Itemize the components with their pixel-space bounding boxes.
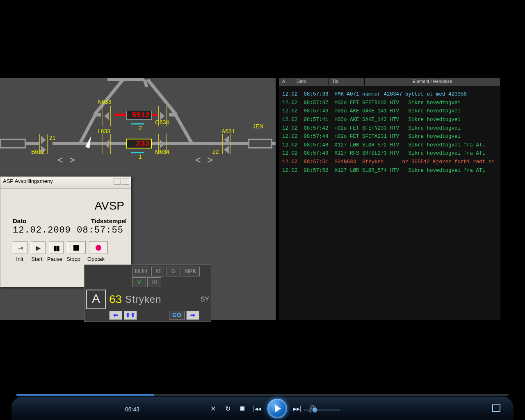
log-col-dato[interactable]: Dato [293,78,329,86]
start-button[interactable]: ▶ [31,241,46,254]
log-col-a[interactable]: A [279,78,293,86]
station-selector: NUH M G NFK V RI A 63 Stryken SY ⬅ ⬆⬆ GO… [84,265,211,322]
media-player: 06:43 ✕ ↻ |◂◂ ▸▸| 🔊 [0,383,525,420]
nav-up[interactable]: ⬆⬆ [124,311,137,320]
sel-station-code: SY [201,296,209,303]
log-row[interactable]: 12.02 08:57:51 SSYN633 Stryken nr 305512… [282,158,497,167]
sel-m[interactable]: M [151,267,165,276]
playback-time: 06:43 [125,406,139,413]
next-icon: ▸▸| [293,405,301,413]
next-button[interactable]: ▸▸| [293,404,302,413]
signal-l633[interactable] [103,134,111,154]
log-col-tid[interactable]: Tid [329,78,365,86]
avsp-title-text: ASP Avspillingsmeny [3,178,53,184]
sel-ri[interactable]: RI [147,277,161,287]
sel-nuh[interactable]: NUH [132,267,150,276]
stop-button[interactable] [238,404,247,413]
stopp-button[interactable] [67,241,86,254]
maximize-button[interactable] [122,178,129,185]
prev-icon: |◂◂ [253,405,261,413]
seek-progress [16,394,154,396]
log-row[interactable]: 12.02 08:57:42 m02o FET SFETN233 HTV Sik… [282,124,497,133]
label-o634: O634 [155,119,169,126]
signal-a631[interactable] [222,134,231,154]
label-21: 21 [49,135,56,141]
log-lines[interactable]: 12.02 08:57:36 HMR A071 nummer 420347 by… [279,86,500,179]
log-row[interactable]: 12.02 08:57:40 m03o AKE SAKE_141 HTV Sik… [282,107,497,116]
shuffle-button[interactable]: ✕ [208,404,217,413]
seek-bar[interactable] [16,394,509,396]
stop-icon [73,245,79,251]
repeat-icon: ↻ [225,405,231,413]
svg-rect-14 [249,139,272,148]
log-row[interactable]: 12.02 08:57:41 m03o AKE SAKE_143 HTV Sik… [282,116,497,124]
avsp-label-ts: Tidsstempel [91,217,127,224]
label-m634: M634 [155,148,169,155]
log-row[interactable]: 12.02 08:57:44 m02o FET SFETA231 HTV Sik… [282,132,497,141]
signal-n633[interactable] [103,106,111,126]
cap-pause: Pause [47,256,61,262]
cap-opptak: Opptak [86,256,106,262]
play-icon: ▶ [36,244,41,252]
log-row[interactable]: 12.02 08:57:52 X127 LØR SLØR_574 HTV Sik… [282,167,497,175]
record-icon [96,245,101,251]
volume-knob[interactable] [313,408,317,413]
play-icon [275,405,281,412]
avsp-titlebar[interactable]: ASP Avspillingsmeny [0,177,131,189]
log-header: A Dato Tid Element / Hendelse [279,78,500,86]
avsp-timestamp: 12.02.2009 08:57:55 [13,225,127,235]
log-row[interactable]: 12.02 08:57:48 X127 LØR SLØR_572 HTV Sik… [282,141,497,150]
sel-g[interactable]: G [167,267,180,276]
prev-button[interactable]: |◂◂ [253,404,262,413]
sel-station-name: Stryken [125,294,198,305]
cap-start: Start [30,256,44,262]
sel-number: 63 [109,293,122,306]
label-a631: A631 [221,128,235,135]
log-row[interactable]: 12.02 08:57:49 X127 RFS SRFSL273 HTV Sik… [282,149,497,158]
label-b632: B632 [31,148,45,155]
log-col-event[interactable]: Element / Hendelse [365,78,500,86]
label-n633: N633 [98,98,111,105]
minimize-button[interactable] [114,178,121,185]
opptak-button[interactable] [89,241,108,254]
train-5512[interactable]: 5512 [126,111,152,120]
svg-rect-13 [0,139,25,148]
train-233[interactable]: 233 [126,139,152,148]
sel-a-box[interactable]: A [86,290,106,309]
skip-end-icon: ⇥ [18,244,23,252]
volume-slider[interactable] [304,409,340,411]
init-button[interactable]: ⇥ [13,241,27,254]
sel-v[interactable]: V [132,277,146,287]
nav-go[interactable]: GO [169,311,185,320]
avsp-label-dato: Dato [13,217,26,224]
event-log-panel: A Dato Tid Element / Hendelse 12.02 08:5… [279,78,500,320]
track-1: 1 [139,153,142,160]
label-jen: JEN [253,123,263,130]
avsp-mode: AVSP [13,199,127,212]
fullscreen-button[interactable] [492,404,500,412]
play-button[interactable] [267,399,287,418]
pause-icon: ▮▮ [53,244,59,252]
track-2: 2 [139,125,142,131]
nav-left[interactable]: ⬅ [109,311,122,320]
shuffle-icon: ✕ [210,405,216,413]
angle-brackets-right: < > [195,154,215,166]
svg-line-11 [176,115,192,144]
repeat-button[interactable]: ↻ [223,404,232,413]
nav-right[interactable]: ➡ [186,311,199,320]
log-row[interactable]: 12.02 08:57:36 HMR A071 nummer 420347 by… [282,90,497,99]
sel-nfk[interactable]: NFK [182,267,200,276]
cap-init: Init [13,256,27,262]
cap-stopp: Stopp [64,256,82,262]
stop-icon [240,406,244,411]
label-l633: L633 [98,128,110,135]
svg-line-10 [80,115,95,144]
log-row[interactable]: 12.02 08:57:37 m02o FET SFETB232 HTV Sik… [282,99,497,107]
pause-button[interactable]: ▮▮ [49,241,64,254]
angle-brackets-left: < > [57,154,77,166]
